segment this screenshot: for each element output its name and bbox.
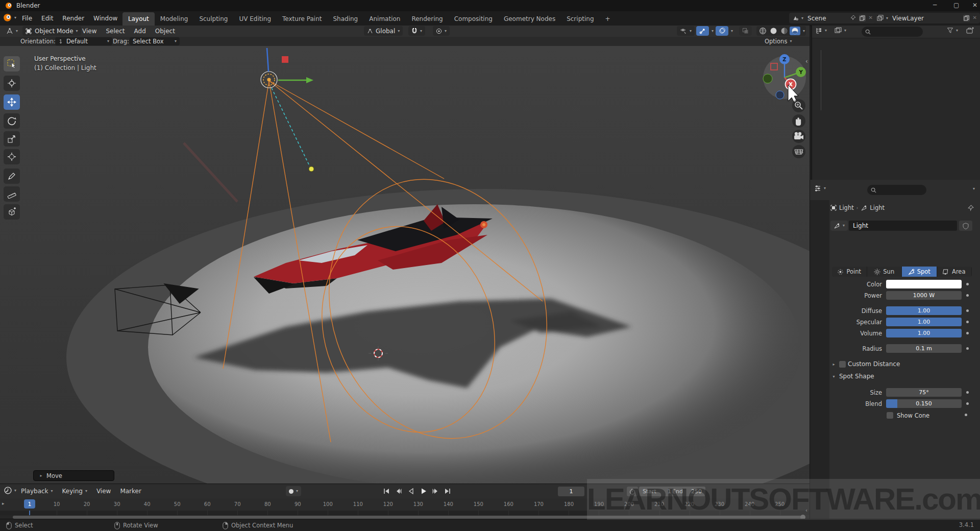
maximize-button[interactable]: ▢ <box>953 2 959 9</box>
custom-distance-checkbox[interactable] <box>839 361 846 368</box>
fake-user-button[interactable] <box>959 221 972 231</box>
orientation-setting-dropdown[interactable]: Default ▾ <box>55 37 112 45</box>
outliner-display-mode[interactable]: ▾ <box>815 27 827 34</box>
timeline-menu-playback[interactable]: Playback▾ <box>16 484 58 498</box>
menu-file[interactable]: File <box>17 11 37 26</box>
shading-rendered-button[interactable] <box>790 27 800 35</box>
spot-target-handle[interactable] <box>309 166 314 172</box>
menu-render[interactable]: Render <box>58 11 89 26</box>
playback-play-button[interactable] <box>418 486 429 496</box>
drag-setting-dropdown[interactable]: Select Box ▾ <box>130 37 180 45</box>
duplicate-icon[interactable] <box>963 15 970 21</box>
outliner-filter-dropdown[interactable]: ▾ <box>947 27 958 34</box>
tool-scale[interactable] <box>4 131 20 147</box>
pin-icon[interactable] <box>967 205 974 211</box>
viewport-menu-add[interactable]: Add <box>130 26 151 37</box>
overlays-toggle[interactable] <box>716 26 728 36</box>
tab-geometry-nodes[interactable]: Geometry Nodes <box>498 12 561 26</box>
close-button[interactable]: ✕ <box>972 2 977 9</box>
prop-field-diffuse[interactable]: 1.00 <box>886 306 962 315</box>
light-type-sun[interactable]: Sun <box>867 267 902 277</box>
axis-neg-x-ball[interactable] <box>763 74 772 83</box>
viewport-menu-object[interactable]: Object <box>151 26 180 37</box>
playback-prev-keyframe-button[interactable] <box>393 486 404 496</box>
prop-field-radius[interactable]: 0.1 m <box>886 344 962 353</box>
animate-dot[interactable] <box>966 332 969 334</box>
tab-scripting[interactable]: Scripting <box>561 12 599 26</box>
animate-dot[interactable] <box>966 283 969 285</box>
light-type-spot[interactable]: Spot <box>902 267 937 277</box>
proportional-edit-toggle[interactable]: ▾ <box>433 26 450 36</box>
viewport-menu-view[interactable]: View <box>78 26 101 37</box>
menu-window[interactable]: Window <box>89 11 122 26</box>
animate-dot[interactable] <box>966 294 969 297</box>
scene-selector[interactable]: ▾ Scene ✕ <box>789 13 876 23</box>
tool-add-cube[interactable] <box>4 204 20 220</box>
animate-dot[interactable] <box>965 414 967 416</box>
tab-modeling[interactable]: Modeling <box>155 12 194 26</box>
xray-toggle[interactable] <box>739 26 752 36</box>
gizmos-toggle[interactable] <box>696 26 709 36</box>
prop-field-blend[interactable]: 0.150 <box>886 399 962 408</box>
prop-field-volume[interactable]: 1.00 <box>886 329 962 337</box>
datablock-type-dropdown[interactable]: ▾ <box>830 221 848 231</box>
transform-orientation-selector[interactable]: Global ▾ <box>364 26 403 36</box>
timeline-editor-type[interactable]: ▾ <box>4 487 16 494</box>
tab-compositing[interactable]: Compositing <box>449 12 498 26</box>
grid-orthographic-button[interactable] <box>792 145 805 158</box>
outliner-search[interactable] <box>862 27 923 37</box>
chevron-down-icon[interactable]: ▾ <box>731 29 733 33</box>
auto-keying-toggle[interactable]: ▾ <box>286 486 301 496</box>
add-workspace-button[interactable]: + <box>600 12 616 26</box>
pin-icon[interactable] <box>850 15 856 21</box>
prop-field-power[interactable]: 1000 W <box>886 291 962 300</box>
playback-next-keyframe-button[interactable] <box>430 486 441 496</box>
animate-dot[interactable] <box>966 391 969 394</box>
playhead[interactable]: 1 <box>24 499 35 509</box>
object-visibility-toggle[interactable]: ▾ <box>677 26 695 36</box>
minimize-button[interactable]: ─ <box>933 2 937 9</box>
playback-jump-start-button[interactable] <box>381 486 392 496</box>
shading-material-button[interactable] <box>779 26 790 36</box>
playback-jump-end-button[interactable] <box>442 486 453 496</box>
playback-play-reverse-button[interactable] <box>405 486 416 496</box>
prop-field-size[interactable]: 75° <box>886 388 962 397</box>
chevron-down-icon[interactable]: ▾ <box>803 29 805 33</box>
zoom-button[interactable] <box>792 99 805 112</box>
timeline-menu-view[interactable]: View <box>92 484 115 498</box>
properties-editor-type[interactable]: ▾ <box>814 185 826 192</box>
operator-panel[interactable]: ▸ Move <box>33 470 114 481</box>
app-menu-button[interactable]: ▾ <box>3 13 16 22</box>
panel-custom-distance[interactable]: ▸ Custom Distance <box>830 359 900 369</box>
viewport-menu-select[interactable]: Select <box>101 26 129 37</box>
tool-tweak-select[interactable] <box>4 56 20 71</box>
panel-spot-shape[interactable]: ▾ Spot Shape <box>830 371 874 381</box>
gizmo-plane-handle[interactable] <box>282 56 288 63</box>
tab-animation[interactable]: Animation <box>363 12 406 26</box>
tool-measure[interactable] <box>4 186 20 202</box>
tab-shading[interactable]: Shading <box>327 12 363 26</box>
current-frame-field[interactable]: 1 <box>558 487 584 496</box>
axis-neg-z-ball[interactable] <box>776 91 784 99</box>
tool-cursor[interactable] <box>4 76 20 91</box>
animate-dot[interactable] <box>966 347 969 350</box>
show-cone-checkbox[interactable] <box>887 412 893 419</box>
shading-wireframe-button[interactable] <box>757 26 768 36</box>
tool-rotate[interactable] <box>4 113 20 129</box>
breadcrumb-object[interactable]: Light <box>839 204 854 211</box>
animate-dot[interactable] <box>966 402 969 405</box>
tool-transform[interactable] <box>4 149 20 164</box>
light-type-area[interactable]: Area <box>937 267 972 277</box>
animate-dot[interactable] <box>966 321 969 323</box>
timeline-menu-keying[interactable]: Keying▾ <box>58 484 92 498</box>
animate-dot[interactable] <box>966 309 969 312</box>
tab-rendering[interactable]: Rendering <box>406 12 448 26</box>
mode-selector[interactable]: Object Mode ▾ <box>22 26 81 36</box>
options-dropdown[interactable]: Options ▾ <box>765 37 792 45</box>
region-collapse-icon[interactable]: ‹ <box>805 58 808 65</box>
properties-options-icon[interactable]: ▾ <box>973 187 975 191</box>
duplicate-icon[interactable] <box>859 15 866 21</box>
viewport-3d[interactable]: Z Y X ‹ Us <box>0 46 810 484</box>
viewlayer-selector[interactable]: ▾ ViewLayer ✕ <box>874 13 980 23</box>
shading-solid-button[interactable] <box>768 26 779 36</box>
